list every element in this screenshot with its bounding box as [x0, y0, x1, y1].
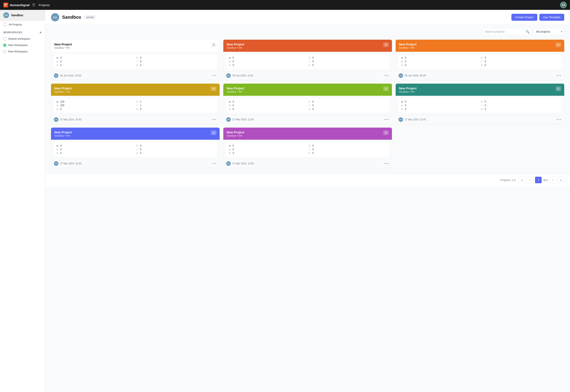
footer-avatar: CA — [54, 73, 58, 78]
card-more-button[interactable]: ••• — [212, 74, 217, 77]
pagination-first[interactable]: « — [519, 177, 525, 183]
footer-left: CA 27 Mar 2024, 12:47 — [398, 117, 426, 122]
card-pause-button[interactable]: ⏸ — [211, 86, 216, 91]
expand-icon: ⤢ — [308, 60, 311, 63]
skip-icon: ⊘ — [136, 152, 139, 154]
card-pause-button[interactable]: ⏸ — [383, 42, 389, 47]
card-more-button[interactable]: ••• — [384, 118, 389, 121]
footer-avatar: CA — [226, 73, 231, 78]
task-icon: ▣ — [56, 56, 59, 59]
card-body: ▣ 100 ☑ 1 ⊕ 200 ⤢ 1 — [51, 96, 219, 115]
sidebar-item-all-projects[interactable]: All Projects — [0, 21, 45, 28]
card-subtitle: Sandbox • 0% — [399, 46, 417, 49]
logo[interactable]: HumanSignal — [3, 2, 29, 7]
footer-date: 27 Mar 2024, 12:47 — [405, 118, 426, 121]
stat-row-add: ⊕ 0 — [229, 60, 307, 63]
card-header: New Project Sandbox • 0% ⏸ — [223, 40, 392, 52]
sidebar-workspace-header[interactable]: CA Sandbox — [0, 10, 45, 21]
card-more-button[interactable]: ••• — [384, 162, 389, 165]
project-card-6[interactable]: New Project Sandbox • 0% ⏸ ▣ 0 ☑ 0 — [396, 84, 564, 124]
card-pause-button[interactable]: ⏸ — [383, 86, 389, 91]
svg-rect-0 — [4, 4, 6, 5]
stat-tasks-value: 0 — [405, 100, 406, 103]
expand-icon: ⤢ — [481, 104, 484, 107]
expand-icon: ⤢ — [136, 104, 139, 107]
stat-expand-value: 0 — [140, 60, 142, 63]
footer-left: CA 05 Jun 2024, 10:03 — [54, 73, 81, 78]
filter-select[interactable]: All projects My projects — [533, 28, 564, 35]
main-header-avatar: CA — [51, 13, 59, 21]
stat-star-value: 0 — [233, 152, 234, 154]
stat-row-skip: ⊘ 0 — [481, 108, 559, 111]
card-pause-button[interactable]: ⏸ — [211, 42, 216, 47]
card-more-button[interactable]: ••• — [384, 74, 389, 77]
project-card-5[interactable]: New Project Sandbox • 0% ⏸ ▣ 0 ☑ 0 — [223, 84, 392, 124]
user-avatar[interactable]: CA — [560, 2, 567, 8]
stat-annotated-value: 0 — [312, 100, 314, 103]
create-project-button[interactable]: Create Project — [512, 14, 537, 21]
use-template-button[interactable]: Use Template — [539, 14, 564, 21]
card-body: ▣ 0 ☑ 0 ⊕ 0 ⤢ 0 — [51, 52, 219, 71]
card-body: ▣ 0 ☑ 0 ⊕ 0 ⤢ 0 — [223, 96, 392, 115]
card-pause-button[interactable]: ⏸ — [211, 130, 216, 135]
star-icon: ★ — [229, 64, 232, 67]
menu-icon[interactable]: ☰ — [32, 3, 35, 7]
project-card-8[interactable]: New Project Sandbox • 0% ⏸ ▣ 0 ☑ 0 — [223, 127, 392, 168]
stat-row-expand: ⤢ 0 — [308, 104, 387, 107]
stat-row-skip: ⊘ 0 — [481, 64, 559, 67]
stat-row-star: ★ 0 — [229, 152, 307, 154]
stat-row-expand: ⤢ 0 — [308, 60, 387, 63]
pagination-last[interactable]: » — [558, 177, 564, 183]
card-pause-button[interactable]: ⏸ — [383, 130, 389, 135]
card-header: New Project Sandbox • 0% ⏸ — [396, 84, 564, 96]
project-card-3[interactable]: New Project Sandbox • 0% ⏸ ▣ 0 ☑ 0 — [396, 40, 564, 80]
stat-row-add: ⊕ 0 — [229, 104, 307, 107]
filter-wrapper: All projects My projects ▾ — [533, 28, 564, 35]
stat-annotated-value: 0 — [140, 56, 142, 59]
stat-row-add: ⊕ 0 — [401, 60, 479, 63]
card-header-text: New Project Sandbox • 0% — [399, 42, 417, 49]
skip-icon: ⊘ — [308, 64, 311, 67]
card-header-text: New Project Sandbox • 0% — [54, 42, 72, 49]
card-subtitle: Sandbox • 0% — [54, 134, 72, 137]
project-card-4[interactable]: New Project Sandbox • 1% ⏸ ▣ 100 ☑ 1 — [51, 84, 219, 124]
card-pause-button[interactable]: ⏸ — [555, 86, 561, 91]
card-more-button[interactable]: ••• — [212, 118, 217, 121]
skip-icon: ⊘ — [308, 108, 311, 111]
projects-grid: New Project Sandbox • 0% ⏸ ▣ 0 ☑ 0 — [45, 36, 570, 174]
stat-row-tasks: ▣ 0 — [56, 144, 134, 147]
card-more-button[interactable]: ••• — [557, 74, 561, 77]
sidebar-item-default-workspace[interactable]: Default workspace — [0, 36, 45, 42]
expand-icon: ⤢ — [481, 60, 484, 63]
card-more-button[interactable]: ••• — [212, 162, 217, 165]
stat-skip-value: 0 — [485, 108, 486, 111]
stat-row-add: ⊕ 0 — [56, 60, 134, 63]
stat-row-tasks: ▣ 0 — [401, 56, 479, 59]
footer-date: 05 Jun 2024, 10:01 — [232, 74, 254, 77]
sidebar-item-new-workspace-1[interactable]: New Workspace — [0, 42, 45, 48]
card-footer: CA 27 Mar 2024, 12:40 ••• — [223, 159, 392, 168]
add-workspace-button[interactable]: + — [40, 31, 42, 34]
task-icon: ▣ — [229, 100, 232, 103]
stat-row-annotated: ☑ 0 — [481, 56, 559, 59]
workspace-name: Sandbox — [11, 14, 23, 17]
pagination-next[interactable]: › — [549, 177, 556, 183]
search-button[interactable]: 🔍 — [526, 30, 530, 34]
search-input[interactable] — [482, 28, 531, 35]
pagination-prev[interactable]: ‹ — [527, 177, 533, 183]
card-more-button[interactable]: ••• — [557, 118, 561, 121]
add-icon: ⊕ — [229, 104, 232, 107]
stat-row-add: ⊕ 0 — [56, 148, 134, 151]
skip-icon: ⊘ — [481, 64, 484, 67]
project-card-1[interactable]: New Project Sandbox • 0% ⏸ ▣ 0 ☑ 0 — [51, 40, 219, 80]
project-card-2[interactable]: New Project Sandbox • 0% ⏸ ▣ 0 ☑ 0 — [223, 40, 392, 80]
pagination-page-1[interactable]: 1 — [535, 177, 542, 183]
stat-row-add: ⊕ 0 — [229, 148, 307, 151]
sidebar-item-new-workspace-2[interactable]: New Workspace — [0, 48, 45, 55]
stat-row-star: ★ 0 — [56, 64, 134, 67]
card-pause-button[interactable]: ⏸ — [555, 42, 561, 47]
card-footer: CA 05 Jun 2024, 09:29 ••• — [396, 71, 564, 80]
card-footer: CA 05 Jun 2024, 10:03 ••• — [51, 71, 219, 80]
project-card-7[interactable]: New Project Sandbox • 0% ⏸ ▣ 0 ☑ 0 — [51, 127, 219, 168]
card-stats: ▣ 0 ☑ 0 ⊕ 0 ⤢ 0 — [54, 54, 217, 69]
